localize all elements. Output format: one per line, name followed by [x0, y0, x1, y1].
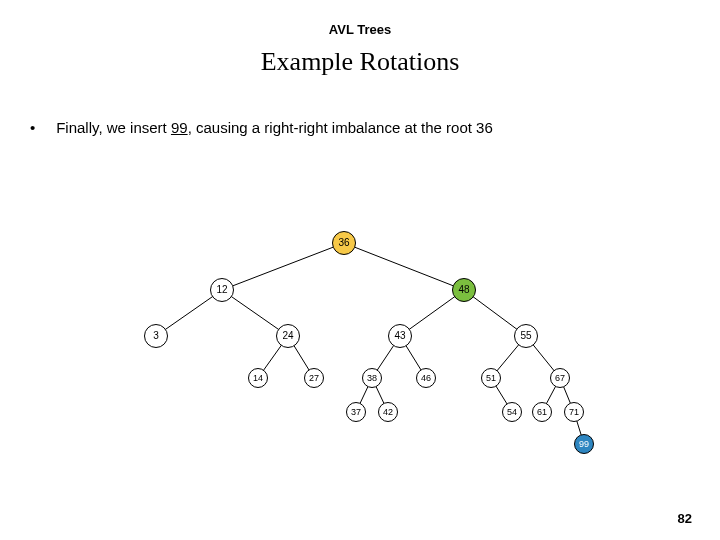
- bullet-line: • Finally, we insert 99, causing a right…: [30, 119, 720, 136]
- bullet-text-post: , causing a right-right imbalance at the…: [188, 119, 493, 136]
- tree-node-51: 51: [481, 368, 501, 388]
- tree-node-14: 14: [248, 368, 268, 388]
- svg-line-10: [497, 344, 519, 371]
- tree-node-55: 55: [514, 324, 538, 348]
- bullet-text-pre: Finally, we insert: [56, 119, 171, 136]
- svg-line-15: [546, 386, 556, 404]
- tree-node-24: 24: [276, 324, 300, 348]
- svg-line-11: [533, 345, 554, 371]
- svg-line-1: [354, 247, 454, 286]
- tree-node-46: 46: [416, 368, 436, 388]
- svg-line-13: [376, 386, 384, 404]
- tree-node-27: 27: [304, 368, 324, 388]
- svg-line-7: [294, 345, 309, 370]
- tree-node-38: 38: [362, 368, 382, 388]
- tree-node-48: 48: [452, 278, 476, 302]
- svg-line-8: [377, 345, 394, 370]
- tree-node-43: 43: [388, 324, 412, 348]
- svg-line-12: [360, 386, 368, 404]
- svg-line-3: [231, 296, 279, 329]
- tree-node-54: 54: [502, 402, 522, 422]
- tree-node-67: 67: [550, 368, 570, 388]
- tree-node-99: 99: [574, 434, 594, 454]
- svg-line-17: [577, 421, 582, 436]
- tree-node-71: 71: [564, 402, 584, 422]
- bullet-text-highlight: 99: [171, 119, 188, 136]
- section-header: AVL Trees: [0, 22, 720, 37]
- slide-title: Example Rotations: [0, 47, 720, 77]
- svg-line-16: [563, 386, 570, 403]
- bullet-marker: •: [30, 119, 52, 136]
- tree-node-37: 37: [346, 402, 366, 422]
- svg-line-6: [263, 345, 281, 371]
- svg-line-4: [409, 296, 455, 329]
- tree-node-12: 12: [210, 278, 234, 302]
- tree-edges: [122, 226, 594, 470]
- svg-line-9: [406, 345, 421, 370]
- tree-node-42: 42: [378, 402, 398, 422]
- svg-line-0: [232, 247, 333, 286]
- tree-node-36: 36: [332, 231, 356, 255]
- page-number: 82: [678, 511, 692, 526]
- tree-node-61: 61: [532, 402, 552, 422]
- svg-line-5: [473, 297, 517, 330]
- svg-line-14: [496, 386, 508, 405]
- avl-tree-diagram: 3612483244355142738465167374254617199: [128, 228, 588, 468]
- tree-node-3: 3: [144, 324, 168, 348]
- svg-line-2: [165, 296, 213, 329]
